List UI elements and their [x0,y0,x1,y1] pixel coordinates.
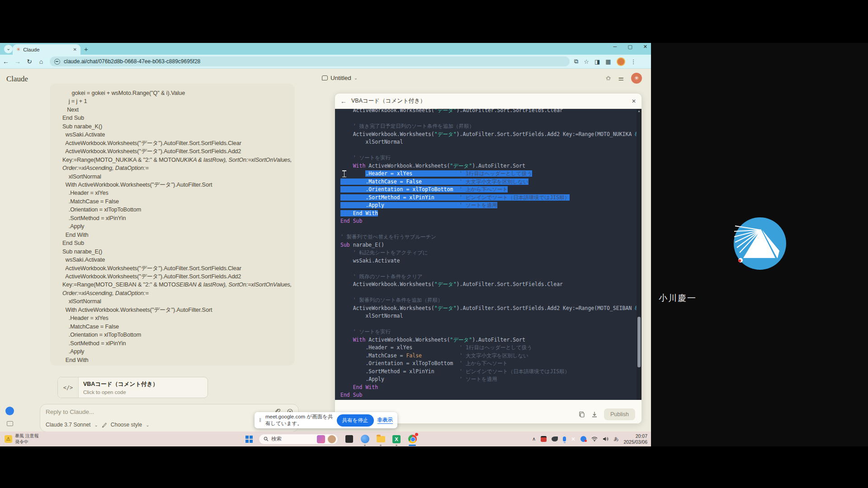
code-line: ActiveWorkbook.Worksheets("データ").AutoFil… [340,109,635,115]
chat-code-line: .Orientation = xlTopToBottom [62,331,289,339]
keyboard-toggle-icon[interactable] [7,421,13,426]
code-line: .MatchCase = False ' 大文字小文字を区別しない [340,178,635,186]
chat-code-line: End With [62,231,289,239]
close-icon[interactable]: ✕ [632,98,636,104]
taskbar-app-dark[interactable] [344,434,354,444]
vertical-scrollbar-thumb[interactable] [637,317,641,367]
code-viewer[interactable]: ActiveWorkbook.Worksheets("データ").AutoFil… [335,109,642,400]
bookmark-star-icon[interactable]: ☆ [584,58,589,65]
tab-search-button[interactable]: ⌄ [4,45,13,53]
taskbar-excel-icon[interactable]: X [392,434,401,444]
stop-sharing-button[interactable]: 共有を停止 [337,414,374,427]
taskbar-search-box[interactable]: 検索 [259,434,338,445]
tab-close-icon[interactable]: ✕ [73,47,77,52]
tab-title: Claude [23,47,70,52]
code-line: .Apply ' ソートを適用 [340,202,635,210]
account-avatar[interactable]: ✳ [631,73,642,84]
taskbar-app-blue[interactable] [360,434,370,444]
clock-date: 2025/03/06 [623,439,647,445]
artifact-card-subtitle: Click to open code [83,389,158,395]
window-maximize-button[interactable]: ▢ [627,44,632,50]
conversation-title-menu[interactable]: Untitled ⌄ [322,75,358,81]
back-arrow-icon[interactable]: ← [340,98,347,105]
code-line: ' 転記先シートをアクティブに [340,249,635,257]
new-tab-button[interactable]: + [84,45,88,53]
tray-camera-off-icon[interactable] [552,436,558,441]
text-cursor [342,170,346,177]
chat-code-line: Sub narabe_K() [62,122,289,131]
tray-microphone-icon[interactable] [563,436,566,441]
forward-button[interactable]: → [12,58,24,65]
code-line: wsSaki.Activate [340,257,635,265]
chat-code-line: Sub narabe_E() [62,248,289,256]
taskbar-chrome-icon[interactable] [407,434,417,444]
tray-security-app-icon[interactable] [541,436,547,442]
search-avatar-thumbnail[interactable] [328,435,336,443]
presenter-logo [732,216,788,271]
code-line: ActiveWorkbook.Worksheets("データ").AutoFil… [340,305,635,313]
browser-toolbar: ← → ↻ ⌂ claude.ai/chat/076b2d8b-0668-47e… [0,55,651,69]
speaker-icon[interactable] [603,436,609,441]
taskbar-weather-widget[interactable]: ⚠ 暴風 注意報 発令中 [5,433,39,445]
publish-button[interactable]: Publish [604,408,635,420]
reload-button[interactable]: ↻ [24,58,35,65]
copy-icon[interactable] [579,411,585,418]
home-button[interactable]: ⌂ [35,58,47,65]
browser-profile-avatar[interactable] [617,57,625,66]
tab-claude[interactable]: ✳ Claude ✕ [13,44,80,55]
tray-close-x-icon[interactable]: ✕ [571,436,576,442]
extensions-puzzle-icon[interactable]: ▦ [605,58,611,65]
window-close-button[interactable]: ✕ [643,44,647,50]
start-button[interactable] [245,436,253,443]
chat-code-line: .Orientation = xlTopToBottom [62,206,289,214]
meet-presentation-stage: ⌄ ✳ Claude ✕ + ─ ▢ ✕ ← → ↻ ⌂ claude.ai/c… [0,0,868,488]
search-icon [264,436,269,441]
scroll-up-arrow-icon[interactable]: ▲ [637,109,641,113]
chat-code-line: wsSaki.Activate [62,256,289,264]
letterbox-bottom [0,446,868,488]
ime-mode-icon[interactable]: あ [613,436,618,442]
search-highlight-thumbnail[interactable] [317,435,325,443]
chevron-down-icon: ⌄ [354,75,358,80]
code-line: ActiveWorkbook.Worksheets("データ").AutoFil… [340,131,635,139]
side-panel-icon[interactable]: ◨ [594,58,600,65]
kebab-menu-icon[interactable]: ⋮ [631,58,637,65]
code-line: With ActiveWorkbook.Worksheets("データ").Au… [340,336,635,344]
tray-meet-sphere-icon[interactable] [580,436,586,442]
code-line: End With [340,210,635,218]
chat-code-line: .SortMethod = xlPinYin [62,339,289,347]
style-selector[interactable]: Choose style [111,422,142,428]
star-icon[interactable]: ✩ [606,75,611,82]
wifi-icon[interactable] [591,436,598,441]
tray-clock[interactable]: 20:07 2025/03/06 [623,433,647,445]
tray-chevron-up-icon[interactable]: ∧ [532,436,536,442]
chat-code-line: .SortMethod = xlPinYin [62,214,289,222]
code-line: End Sub [340,391,635,399]
chat-code-line: End With [62,356,289,364]
download-icon[interactable] [591,411,598,418]
chat-code-line: ActiveWorkbook.Worksheets("データ").AutoFil… [62,139,289,147]
code-line: .Orientation = xlTopToBottom ' 上から下へソート [340,186,635,194]
chat-code-line: Next [62,106,289,114]
artifact-card-title: VBAコード（コメント付き） [83,380,158,388]
user-avatar-dot[interactable] [5,407,14,415]
claude-wordmark: Claude [6,75,28,84]
window-minimize-button[interactable]: ─ [613,44,617,50]
model-selector[interactable]: Claude 3.7 Sonnet [46,422,90,428]
code-line: ActiveWorkbook.Worksheets("データ").AutoFil… [340,281,635,289]
code-line: ' ソートを実行 [340,154,635,162]
code-line [340,320,635,328]
cast-icon[interactable]: ⧉ [574,58,578,65]
vertical-scrollbar[interactable]: ▲ [637,109,642,400]
address-bar[interactable]: claude.ai/chat/076b2d8b-0668-47ee-b063-c… [50,56,570,66]
code-line: ' 製番列のソート条件を追加（昇順） [340,296,635,305]
back-button[interactable]: ← [0,58,12,65]
settings-sliders-icon[interactable]: ⚌ [618,75,624,82]
hide-link[interactable]: 非表示 [377,417,393,424]
taskbar-file-explorer-icon[interactable] [376,434,386,444]
code-line: ' ソートを実行 [340,328,635,336]
artifact-card[interactable]: </> VBAコード（コメント付き） Click to open code [57,377,208,398]
site-settings-icon[interactable] [54,59,60,65]
chat-code-line: .MatchCase = False [62,197,289,206]
chat-code-line: .Header = xlYes [62,314,289,322]
